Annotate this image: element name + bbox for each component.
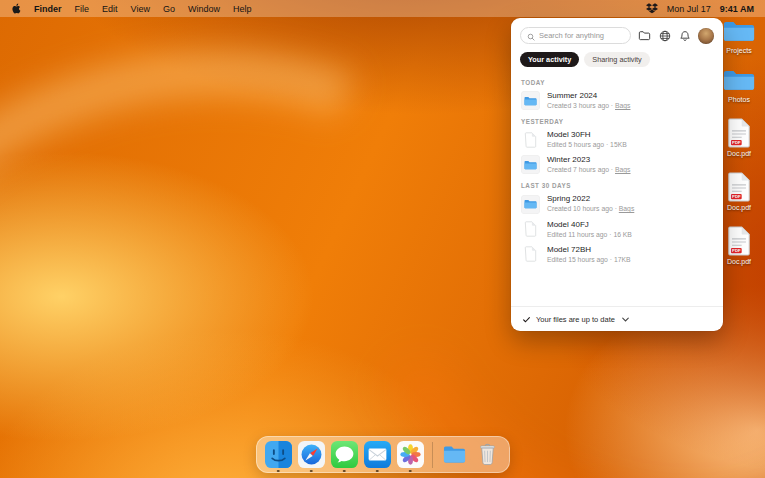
file-thumb-icon <box>521 220 540 239</box>
dock-photos[interactable] <box>397 441 424 468</box>
bags-link[interactable]: Bags <box>619 205 635 212</box>
pdf-file-icon: PDF <box>727 118 751 148</box>
folder-nav-icon[interactable] <box>638 29 651 42</box>
menu-bar-right: Mon Jul 17 9:41 AM <box>646 3 754 14</box>
wallpaper-swirl <box>0 0 573 478</box>
activity-row-text: Model 40FJ Edited 11 hours ago · 16 KB <box>547 220 632 239</box>
dock-downloads-folder[interactable] <box>441 441 468 468</box>
menu-time[interactable]: 9:41 AM <box>720 4 754 14</box>
bell-icon[interactable] <box>678 29 691 42</box>
trash-icon <box>474 441 501 468</box>
activity-row-text: Winter 2023 Created 7 hours ago · Bags <box>547 155 631 174</box>
section-header-today: TODAY <box>511 74 723 88</box>
activity-meta: Edited 5 hours ago · 15KB <box>547 141 627 149</box>
dropbox-panel: Your activity Sharing activity TODAY Sum… <box>511 18 723 331</box>
activity-row[interactable]: Model 72BH Edited 15 hours ago · 17KB <box>511 242 723 267</box>
activity-list: TODAY Summer 2024 Created 3 hours ago · … <box>511 74 723 306</box>
bags-link[interactable]: Bags <box>615 102 631 109</box>
menu-go[interactable]: Go <box>163 4 175 14</box>
apple-menu-icon[interactable] <box>11 3 21 14</box>
desktop-icon-label: Doc.pdf <box>727 204 751 211</box>
menu-bar-left: Finder File Edit View Go Window Help <box>11 3 251 14</box>
avatar[interactable] <box>698 28 714 44</box>
desktop-screen: Finder File Edit View Go Window Help Mon… <box>0 0 765 478</box>
menu-view[interactable]: View <box>131 4 150 14</box>
dock-trash[interactable] <box>474 441 501 468</box>
activity-meta: Edited 15 hours ago · 17KB <box>547 256 631 264</box>
activity-title: Winter 2023 <box>547 155 631 165</box>
menu-date[interactable]: Mon Jul 17 <box>667 4 711 14</box>
search-box[interactable] <box>520 27 631 44</box>
activity-row[interactable]: Winter 2023 Created 7 hours ago · Bags <box>511 152 723 177</box>
sync-status-text: Your files are up to date <box>536 315 615 324</box>
folder-icon <box>722 69 756 94</box>
search-icon <box>527 27 535 45</box>
globe-icon[interactable] <box>658 29 671 42</box>
activity-title: Spring 2022 <box>547 194 634 204</box>
dock-divider <box>432 442 433 468</box>
search-input[interactable] <box>539 31 624 40</box>
folder-icon <box>441 441 468 468</box>
check-icon <box>522 310 531 328</box>
folder-icon <box>722 20 756 45</box>
folder-thumb-icon <box>521 91 540 110</box>
menu-bar: Finder File Edit View Go Window Help Mon… <box>0 0 765 17</box>
activity-title: Summer 2024 <box>547 91 631 101</box>
svg-text:PDF: PDF <box>732 248 741 253</box>
activity-row-text: Model 30FH Edited 5 hours ago · 15KB <box>547 130 627 149</box>
safari-icon <box>298 441 325 468</box>
sync-status-footer: Your files are up to date <box>511 306 723 331</box>
activity-row-text: Spring 2022 Created 10 hours ago · Bags <box>547 194 634 213</box>
finder-icon <box>265 441 292 468</box>
menu-file[interactable]: File <box>75 4 90 14</box>
file-thumb-icon <box>521 245 540 264</box>
activity-title: Model 30FH <box>547 130 627 140</box>
activity-row[interactable]: Spring 2022 Created 10 hours ago · Bags <box>511 191 723 216</box>
activity-row[interactable]: Model 30FH Edited 5 hours ago · 15KB <box>511 127 723 152</box>
svg-text:PDF: PDF <box>732 140 741 145</box>
dock-messages[interactable] <box>331 441 358 468</box>
dock-safari[interactable] <box>298 441 325 468</box>
menu-help[interactable]: Help <box>233 4 252 14</box>
mail-icon <box>364 441 391 468</box>
pdf-file-icon: PDF <box>727 172 751 202</box>
section-header-yesterday: YESTERDAY <box>511 113 723 127</box>
bags-link[interactable]: Bags <box>615 166 631 173</box>
dock-finder[interactable] <box>265 441 292 468</box>
dock-mail[interactable] <box>364 441 391 468</box>
activity-row-text: Summer 2024 Created 3 hours ago · Bags <box>547 91 631 110</box>
pdf-file-icon: PDF <box>727 226 751 256</box>
tab-sharing-activity[interactable]: Sharing activity <box>584 52 649 67</box>
dropbox-menu-icon[interactable] <box>646 3 658 14</box>
chevron-down-icon[interactable] <box>622 317 629 322</box>
section-header-last-30-days: LAST 30 DAYS <box>511 177 723 191</box>
folder-thumb-icon <box>521 155 540 174</box>
menu-finder[interactable]: Finder <box>34 4 62 14</box>
activity-meta: Created 10 hours ago · Bags <box>547 205 634 213</box>
activity-title: Model 72BH <box>547 245 631 255</box>
desktop-icon-label: Doc.pdf <box>727 150 751 157</box>
activity-row[interactable]: Summer 2024 Created 3 hours ago · Bags <box>511 88 723 113</box>
folder-thumb-icon <box>521 195 540 214</box>
menu-window[interactable]: Window <box>188 4 220 14</box>
desktop-icon-label: Projects <box>726 47 751 54</box>
panel-header <box>511 18 723 49</box>
dock <box>256 436 510 473</box>
tab-your-activity[interactable]: Your activity <box>520 52 579 67</box>
activity-meta: Edited 11 hours ago · 16 KB <box>547 231 632 239</box>
activity-tabs: Your activity Sharing activity <box>511 49 723 74</box>
desktop-icon-label: Doc.pdf <box>727 258 751 265</box>
desktop-icon-label: Photos <box>728 96 750 103</box>
file-thumb-icon <box>521 130 540 149</box>
photos-icon <box>397 441 424 468</box>
messages-icon <box>331 441 358 468</box>
activity-row[interactable]: Model 40FJ Edited 11 hours ago · 16 KB <box>511 217 723 242</box>
activity-title: Model 40FJ <box>547 220 632 230</box>
svg-text:PDF: PDF <box>732 194 741 199</box>
activity-meta: Created 7 hours ago · Bags <box>547 166 631 174</box>
activity-meta: Created 3 hours ago · Bags <box>547 102 631 110</box>
activity-row-text: Model 72BH Edited 15 hours ago · 17KB <box>547 245 631 264</box>
menu-edit[interactable]: Edit <box>102 4 118 14</box>
